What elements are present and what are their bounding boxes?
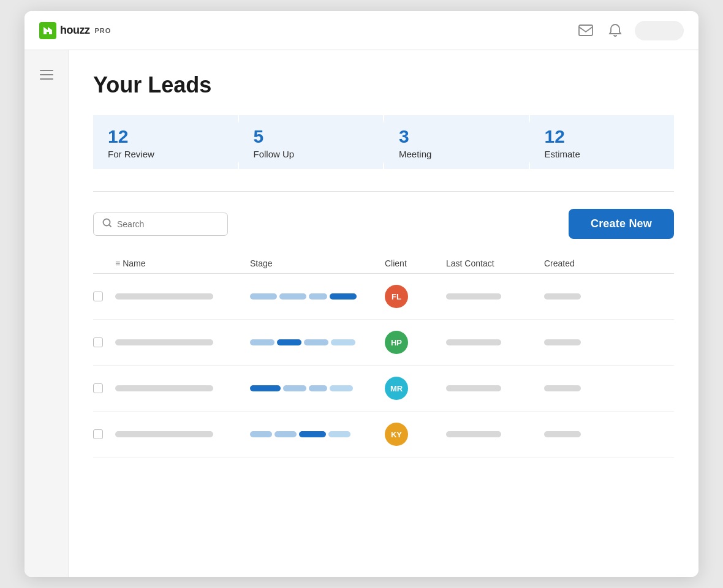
stage-pill xyxy=(328,431,350,437)
search-box[interactable] xyxy=(93,213,228,236)
stage-number-estimate: 12 xyxy=(545,126,660,146)
stage-number-for-review: 12 xyxy=(108,126,223,146)
row-last-contact-0 xyxy=(446,293,544,300)
stage-label-estimate: Estimate xyxy=(545,149,660,159)
stage-label-meeting: Meeting xyxy=(399,149,514,159)
created-column-header: Created xyxy=(544,258,618,268)
stage-pill xyxy=(309,385,327,391)
logo-pro-badge: PRO xyxy=(95,27,112,34)
row-client-1: HP xyxy=(385,331,446,354)
client-column-header: Client xyxy=(385,258,446,268)
create-new-button[interactable]: Create New xyxy=(569,209,674,239)
table-body: FL HP xyxy=(93,274,674,458)
client-avatar-1: HP xyxy=(385,331,408,354)
search-input[interactable] xyxy=(117,219,219,229)
row-last-contact-2 xyxy=(446,385,544,391)
stage-pill xyxy=(250,339,274,345)
row-stage-pills-1 xyxy=(250,339,385,345)
row-created-1 xyxy=(544,339,618,345)
row-last-contact-1 xyxy=(446,339,544,345)
row-created-3 xyxy=(544,431,618,437)
row-created-2 xyxy=(544,385,618,391)
stage-card-meeting[interactable]: 3 Meeting xyxy=(384,115,529,169)
user-avatar[interactable] xyxy=(635,21,684,40)
stage-card-for-review[interactable]: 12 For Review xyxy=(93,115,238,169)
stage-pill xyxy=(299,431,326,437)
stage-pill xyxy=(330,293,357,300)
nav-right xyxy=(576,21,684,40)
page-title: Your Leads xyxy=(93,72,674,98)
row-checkbox-2[interactable] xyxy=(93,383,115,393)
stage-pill xyxy=(304,339,328,345)
stage-column-header: Stage xyxy=(250,258,385,268)
logo-text: houzz xyxy=(60,24,90,37)
hamburger-menu-icon[interactable] xyxy=(35,65,58,85)
stage-pill xyxy=(330,385,353,391)
stage-card-follow-up[interactable]: 5 Follow Up xyxy=(239,115,384,169)
section-divider xyxy=(93,191,674,192)
table-row[interactable]: FL xyxy=(93,274,674,320)
stage-pill xyxy=(274,431,297,437)
sidebar xyxy=(25,50,69,577)
table-row[interactable]: MR xyxy=(93,366,674,412)
row-name-2 xyxy=(115,385,250,391)
client-avatar-2: MR xyxy=(385,377,408,400)
stage-label-for-review: For Review xyxy=(108,149,223,159)
stage-pill xyxy=(277,339,301,345)
row-stage-pills-0 xyxy=(250,293,385,300)
stage-pill xyxy=(250,293,277,300)
last-contact-column-header: Last Contact xyxy=(446,258,544,268)
svg-rect-1 xyxy=(579,25,592,36)
row-name-0 xyxy=(115,293,250,300)
stage-card-estimate[interactable]: 12 Estimate xyxy=(530,115,675,169)
row-name-1 xyxy=(115,339,250,345)
row-checkbox-1[interactable] xyxy=(93,337,115,347)
row-last-contact-3 xyxy=(446,431,544,437)
stage-pill xyxy=(309,293,327,300)
stage-pill xyxy=(283,385,306,391)
layout: Your Leads 12 For Review 5 Follow Up 3 M… xyxy=(25,50,698,577)
stage-pill xyxy=(331,339,355,345)
notifications-icon[interactable] xyxy=(605,21,625,40)
main-content: Your Leads 12 For Review 5 Follow Up 3 M… xyxy=(69,50,698,577)
row-client-3: KY xyxy=(385,423,446,446)
table-header: ≡ Name Stage Client Last Contact Created xyxy=(93,254,674,274)
row-name-3 xyxy=(115,431,250,437)
client-avatar-3: KY xyxy=(385,423,408,446)
stage-label-follow-up: Follow Up xyxy=(254,149,369,159)
houzz-icon xyxy=(39,22,56,39)
row-client-2: MR xyxy=(385,377,446,400)
row-created-0 xyxy=(544,293,618,300)
logo: houzz PRO xyxy=(39,22,111,39)
row-checkbox-3[interactable] xyxy=(93,429,115,439)
name-column-header[interactable]: ≡ Name xyxy=(115,258,250,268)
top-nav: houzz PRO xyxy=(25,11,698,50)
row-client-0: FL xyxy=(385,285,446,308)
stage-number-meeting: 3 xyxy=(399,126,514,146)
app-window: houzz PRO Your Leads xyxy=(25,11,698,577)
toolbar: Create New xyxy=(93,209,674,239)
search-icon xyxy=(102,218,112,230)
pipeline-stages: 12 For Review 5 Follow Up 3 Meeting 12 E… xyxy=(93,115,674,169)
row-stage-pills-2 xyxy=(250,385,385,391)
messages-icon[interactable] xyxy=(576,21,596,40)
table-row[interactable]: KY xyxy=(93,412,674,458)
stage-number-follow-up: 5 xyxy=(254,126,369,146)
row-checkbox-0[interactable] xyxy=(93,292,115,301)
stage-pill xyxy=(250,431,272,437)
filter-icon: ≡ xyxy=(115,258,120,268)
stage-pill xyxy=(250,385,281,391)
table-row[interactable]: HP xyxy=(93,320,674,366)
row-stage-pills-3 xyxy=(250,431,385,437)
client-avatar-0: FL xyxy=(385,285,408,308)
stage-pill xyxy=(279,293,306,300)
